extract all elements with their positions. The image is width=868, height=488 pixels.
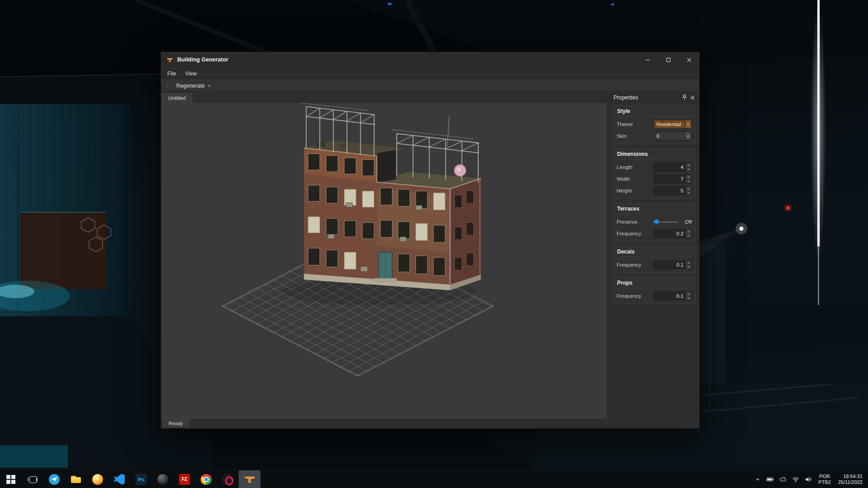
spin-down-icon[interactable]: ▾ [686, 168, 691, 172]
theme-value: Residential ... [654, 120, 684, 128]
taskbar-app-file-explorer[interactable] [65, 470, 87, 488]
height-stepper[interactable]: ▴▾ [654, 186, 692, 195]
clock[interactable]: 18:54:31 25/11/2022 [835, 474, 864, 485]
taskbar: Ps FZ POR PTB2 18:54:31 25/11/2022 [0, 470, 868, 488]
panel-close-icon[interactable] [689, 94, 697, 102]
spin-up-icon[interactable]: ▴ [686, 163, 691, 168]
spin-down-icon[interactable]: ▾ [686, 265, 691, 269]
spin-down-icon[interactable]: ▾ [686, 296, 691, 300]
regenerate-button[interactable]: Regenerate ▾ [172, 81, 214, 90]
terraces-frequency-stepper[interactable]: ▴▾ [654, 229, 692, 238]
regenerate-label: Regenerate [176, 83, 205, 89]
length-stepper[interactable]: ▴▾ [654, 163, 692, 172]
taskbar-app-opera-gx[interactable] [217, 470, 239, 488]
props-frequency-label: Frequency [617, 293, 654, 299]
width-input[interactable] [654, 175, 685, 183]
toolbar-grip-icon[interactable]: ⋮ [165, 83, 170, 89]
toolbar: ⋮ Regenerate ▾ [161, 80, 699, 92]
taskbar-app-chrome[interactable] [195, 470, 217, 488]
skin-label: Skin [617, 133, 654, 139]
decals-frequency-input[interactable] [654, 261, 685, 269]
spin-down-icon[interactable]: ▾ [686, 179, 691, 183]
minimize-button[interactable] [637, 52, 658, 67]
length-input[interactable] [654, 163, 685, 171]
skin-dropdown[interactable]: 0 ▾ [654, 131, 692, 141]
3d-viewport[interactable] [162, 103, 606, 418]
group-terraces-header: Terraces [613, 203, 695, 214]
height-input[interactable] [654, 187, 685, 195]
group-props-header: Props [613, 277, 695, 288]
clock-time: 18:54:31 [838, 474, 863, 479]
volume-indicator[interactable] [802, 470, 815, 488]
length-label: Length [617, 164, 654, 170]
network-indicator[interactable] [789, 470, 802, 488]
group-terraces: Terraces Preserve Off Frequency [613, 203, 696, 242]
skin-value: 0 [654, 132, 684, 140]
taskbar-app-photoshop[interactable]: Ps [130, 470, 152, 488]
taskbar-app-firefox[interactable] [87, 470, 108, 488]
windows-logo-icon [5, 474, 16, 485]
spin-up-icon[interactable]: ▴ [686, 261, 691, 265]
wifi-icon [792, 476, 799, 483]
decals-frequency-stepper[interactable]: ▴▾ [654, 260, 692, 269]
taskbar-app-filezilla[interactable]: FZ [174, 470, 195, 488]
taskbar-app-telegram[interactable] [43, 470, 65, 488]
spin-up-icon[interactable]: ▴ [686, 230, 691, 234]
terraces-frequency-input[interactable] [654, 230, 685, 238]
group-style-header: Style [613, 106, 695, 117]
spin-up-icon[interactable]: ▴ [686, 187, 691, 191]
height-label: Height [617, 188, 654, 193]
tray-overflow-button[interactable] [752, 470, 764, 488]
spin-down-icon[interactable]: ▾ [686, 191, 691, 195]
titlebar[interactable]: Building Generator [161, 52, 699, 67]
width-label: Width [617, 176, 654, 182]
maximize-button[interactable] [658, 52, 679, 67]
chevron-up-icon [755, 476, 761, 483]
task-view-icon [27, 474, 38, 485]
tab-strip: Untitled [162, 92, 606, 103]
menu-file[interactable]: File [163, 69, 180, 79]
terraces-frequency-label: Frequency [617, 231, 654, 236]
menu-view[interactable]: View [180, 69, 201, 79]
speaker-icon [805, 476, 812, 483]
preserve-slider[interactable] [653, 217, 678, 226]
language-indicator[interactable]: POR PTB2 [815, 474, 835, 485]
battery-indicator[interactable] [764, 470, 777, 488]
vscode-icon [114, 474, 125, 485]
tab-untitled[interactable]: Untitled [162, 93, 192, 103]
group-decals-header: Decals [613, 246, 695, 257]
onedrive-indicator[interactable] [777, 470, 789, 488]
spin-up-icon[interactable]: ▴ [686, 175, 691, 179]
start-button[interactable] [0, 470, 22, 488]
taskbar-app-vscode[interactable] [108, 470, 130, 488]
width-stepper[interactable]: ▴▾ [654, 174, 692, 183]
status-bar: Ready [161, 418, 699, 428]
properties-title: Properties [613, 94, 680, 101]
regenerate-caret-icon[interactable]: ▾ [208, 84, 211, 88]
group-dimensions-header: Dimensions [613, 149, 695, 160]
language-line1: POR [818, 474, 831, 479]
group-style: Style Theme Residential ... ▾ Skin 0 ▾ [613, 105, 696, 144]
spin-up-icon[interactable]: ▴ [686, 292, 691, 296]
task-view-button[interactable] [22, 470, 43, 488]
close-button[interactable] [679, 52, 699, 67]
menubar: File View [161, 67, 699, 80]
app-anvil-icon [165, 56, 174, 64]
system-tray: POR PTB2 18:54:31 25/11/2022 [752, 470, 868, 488]
filezilla-icon: FZ [179, 474, 190, 485]
taskbar-app-dark-sphere[interactable] [152, 470, 174, 488]
slider-handle[interactable] [655, 220, 659, 224]
chevron-down-icon[interactable]: ▾ [684, 120, 691, 128]
spin-down-icon[interactable]: ▾ [686, 234, 691, 238]
pin-icon[interactable] [680, 94, 689, 102]
props-frequency-stepper[interactable]: ▴▾ [654, 291, 692, 300]
taskbar-app-building-generator[interactable] [239, 470, 260, 488]
preserve-label: Preserve [617, 219, 653, 225]
dark-sphere-app-icon [157, 474, 168, 485]
telegram-icon [49, 474, 60, 485]
props-frequency-input[interactable] [654, 292, 685, 300]
chevron-down-icon[interactable]: ▾ [684, 132, 691, 140]
group-dimensions: Dimensions Length ▴▾ Width ▴▾ [613, 148, 696, 199]
theme-dropdown[interactable]: Residential ... ▾ [654, 120, 692, 129]
battery-icon [766, 476, 774, 483]
